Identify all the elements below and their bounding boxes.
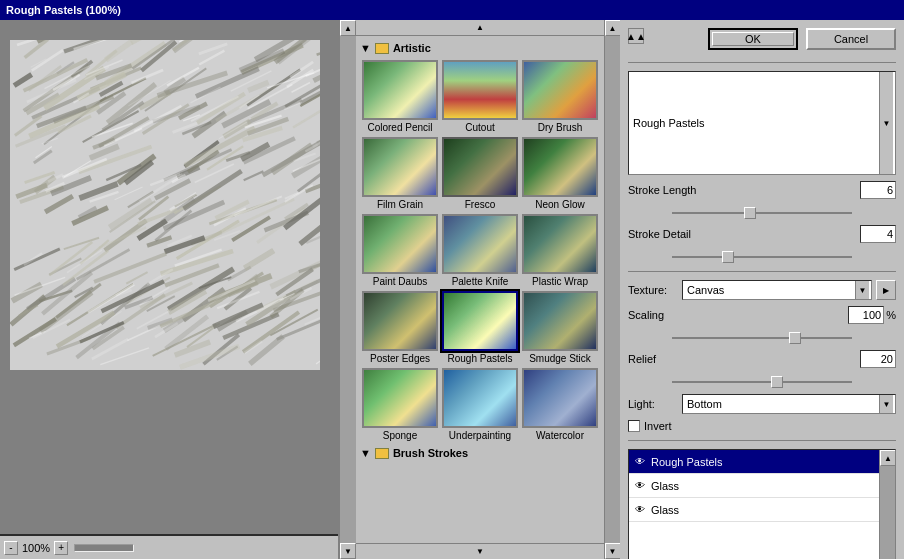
layer-eye-2[interactable]: 👁 — [633, 503, 647, 517]
filter-name-dropdown[interactable]: Rough Pastels ▼ — [628, 71, 896, 175]
relief-slider-row — [628, 376, 896, 388]
filter-thumb-underpainting — [442, 368, 518, 428]
invert-checkbox[interactable] — [628, 420, 640, 432]
filter-label-smudge-stick: Smudge Stick — [529, 353, 591, 364]
layer-row-1[interactable]: 👁 Glass — [629, 474, 895, 498]
zoom-slider[interactable] — [74, 544, 134, 552]
stroke-length-slider[interactable] — [672, 207, 852, 219]
filter-label-sponge: Sponge — [383, 430, 417, 441]
stroke-length-row: Stroke Length 6 — [628, 181, 896, 199]
scaling-row: Scaling 100 % — [628, 306, 896, 324]
filter-thumb-poster-edges — [362, 291, 438, 351]
folder-icon — [375, 43, 389, 54]
layer-row-2[interactable]: 👁 Glass — [629, 498, 895, 522]
relief-value[interactable]: 20 — [860, 350, 896, 368]
scroll-down-arrow[interactable]: ▼ — [340, 543, 356, 559]
filter-label-neon-glow: Neon Glow — [535, 199, 584, 210]
filter-item-smudge-stick[interactable]: Smudge Stick — [522, 291, 598, 364]
filter-item-film-grain[interactable]: Film Grain — [362, 137, 438, 210]
filter-label-watercolor: Watercolor — [536, 430, 584, 441]
scaling-slider[interactable] — [672, 332, 852, 344]
group-label-2: Brush Strokes — [393, 447, 468, 459]
layer-scroll-track[interactable] — [880, 466, 895, 559]
layer-eye-1[interactable]: 👁 — [633, 479, 647, 493]
filter-thumb-neon-glow — [522, 137, 598, 197]
stroke-detail-label: Stroke Detail — [628, 228, 698, 240]
filter-item-sponge[interactable]: Sponge — [362, 368, 438, 441]
filter-scroll-up-arrow[interactable]: ▲ — [605, 20, 621, 36]
filter-scroll-down-arrow[interactable]: ▼ — [605, 543, 621, 559]
scroll-track[interactable] — [340, 36, 356, 543]
scroll-up-arrow[interactable]: ▲ — [340, 20, 356, 36]
layer-scroll-up[interactable]: ▲ — [880, 450, 896, 466]
filter-item-palette-knife[interactable]: Palette Knife — [442, 214, 518, 287]
relief-slider[interactable] — [672, 376, 852, 388]
filter-item-dry-brush[interactable]: Dry Brush — [522, 60, 598, 133]
filter-thumb-cutout — [442, 60, 518, 120]
expand-icon-2: ▼ — [360, 447, 371, 459]
filter-item-poster-edges[interactable]: Poster Edges — [362, 291, 438, 364]
relief-track — [672, 381, 852, 383]
filter-item-paint-daubs[interactable]: Paint Daubs — [362, 214, 438, 287]
scaling-track — [672, 337, 852, 339]
texture-dropdown[interactable]: Canvas ▼ — [682, 280, 872, 300]
filter-scroll-content: ▼ Artistic Colored Pencil Cutout — [356, 36, 604, 543]
cancel-button[interactable]: Cancel — [806, 28, 896, 50]
stroke-length-thumb[interactable] — [744, 207, 756, 219]
settings-panel: ▲▲ OK Cancel Rough Pastels ▼ Stroke Leng… — [620, 20, 904, 559]
texture-label: Texture: — [628, 284, 678, 296]
stroke-length-track — [672, 212, 852, 214]
divider-2 — [628, 271, 896, 272]
collapse-button[interactable]: ▲▲ — [628, 28, 644, 44]
filter-thumb-colored-pencil — [362, 60, 438, 120]
stroke-length-value[interactable]: 6 — [860, 181, 896, 199]
title-bar: Rough Pastels (100%) — [0, 0, 904, 20]
filter-item-neon-glow[interactable]: Neon Glow — [522, 137, 598, 210]
relief-thumb[interactable] — [771, 376, 783, 388]
preview-image — [10, 40, 320, 370]
layer-section: 👁 Rough Pastels 👁 Glass 👁 Glass ▲ ▼ — [628, 449, 896, 551]
filter-item-underpainting[interactable]: Underpainting — [442, 368, 518, 441]
stroke-detail-track — [672, 256, 852, 258]
filter-item-cutout[interactable]: Cutout — [442, 60, 518, 133]
preview-bottom: - 100% + — [0, 534, 338, 559]
brush-strokes-group-header[interactable]: ▼ Brush Strokes — [360, 445, 600, 461]
zoom-minus-button[interactable]: - — [4, 541, 18, 555]
stroke-detail-thumb[interactable] — [722, 251, 734, 263]
filter-name-value: Rough Pastels — [631, 117, 879, 129]
stroke-detail-value[interactable]: 4 — [860, 225, 896, 243]
filter-panel: ▲ ▼ Artistic Colored Pencil — [356, 20, 604, 559]
layer-row-0[interactable]: 👁 Rough Pastels — [629, 450, 895, 474]
zoom-value: 100% — [22, 542, 50, 554]
filter-grid: Colored Pencil Cutout Dry Brush — [360, 56, 600, 445]
filter-scroll-track[interactable] — [605, 36, 621, 543]
filter-scrollbar: ▲ ▼ — [604, 20, 620, 559]
light-label: Light: — [628, 398, 678, 410]
filter-thumb-dry-brush — [522, 60, 598, 120]
preview-area — [0, 20, 338, 534]
filter-label-paint-daubs: Paint Daubs — [373, 276, 427, 287]
invert-row: Invert — [628, 420, 896, 432]
divider-3 — [628, 440, 896, 441]
texture-play-button[interactable]: ▶ — [876, 280, 896, 300]
filter-item-watercolor[interactable]: Watercolor — [522, 368, 598, 441]
stroke-detail-slider[interactable] — [672, 251, 852, 263]
filter-label-cutout: Cutout — [465, 122, 494, 133]
filter-scroll-down[interactable]: ▼ — [356, 543, 604, 559]
layer-scrollbar: ▲ ▼ — [879, 450, 895, 559]
zoom-plus-button[interactable]: + — [54, 541, 68, 555]
invert-label: Invert — [644, 420, 672, 432]
scaling-thumb[interactable] — [789, 332, 801, 344]
filter-scroll-up[interactable]: ▲ — [356, 20, 604, 36]
divider-1 — [628, 62, 896, 63]
scaling-value[interactable]: 100 — [848, 306, 884, 324]
artistic-group-header[interactable]: ▼ Artistic — [360, 40, 600, 56]
ok-button[interactable]: OK — [708, 28, 798, 50]
layer-eye-0[interactable]: 👁 — [633, 455, 647, 469]
filter-item-rough-pastels[interactable]: Rough Pastels — [442, 291, 518, 364]
filter-item-colored-pencil[interactable]: Colored Pencil — [362, 60, 438, 133]
filter-item-fresco[interactable]: Fresco — [442, 137, 518, 210]
filter-item-plastic-wrap[interactable]: Plastic Wrap — [522, 214, 598, 287]
light-arrow: ▼ — [879, 395, 893, 413]
light-dropdown[interactable]: Bottom ▼ — [682, 394, 896, 414]
